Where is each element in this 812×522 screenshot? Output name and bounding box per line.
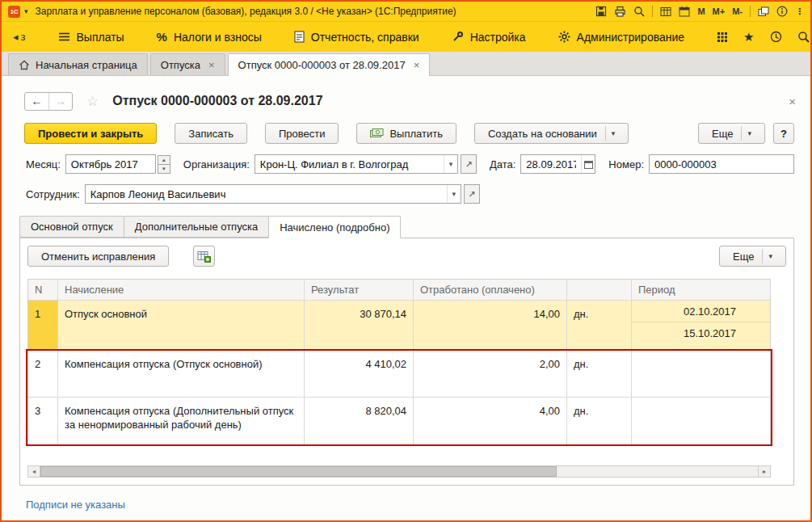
close-icon[interactable]: ×	[414, 59, 420, 71]
tab-vacations-list[interactable]: Отпуска ×	[150, 53, 225, 75]
print-icon[interactable]	[614, 6, 626, 17]
tab-label: Отпуска	[161, 59, 200, 71]
period-start-date[interactable]: 02.10.2017	[632, 301, 770, 322]
tab-main-vacation[interactable]: Основной отпуск	[19, 216, 124, 238]
table-row[interactable]: 3 Компенсация отпуска (Дополнительный от…	[28, 398, 770, 444]
info-icon[interactable]	[776, 6, 788, 17]
main-menu-chevron-icon[interactable]: ▾	[24, 7, 28, 15]
more-button[interactable]: Еще ▾	[698, 123, 765, 144]
memory-button[interactable]: М	[697, 6, 705, 16]
home-icon	[19, 60, 30, 70]
scroll-right-icon[interactable]: ▸	[758, 465, 771, 478]
document-tabs: Основной отпуск Дополнительные отпуска Н…	[19, 216, 794, 238]
scroll-left-icon: ◂	[13, 32, 19, 42]
table-row[interactable]: 1 Отпуск основной 30 870,14 14,00 дн. 02…	[28, 301, 770, 351]
favorite-toggle-icon[interactable]: ☆	[86, 93, 99, 110]
section-taxes[interactable]: % Налоги и взносы	[157, 31, 262, 44]
period-end-date[interactable]: 15.10.2017	[632, 322, 770, 344]
button-separator	[605, 126, 606, 141]
calendar-icon[interactable]	[679, 6, 690, 17]
table-icon[interactable]	[660, 6, 671, 17]
grid-add-icon	[197, 250, 211, 263]
tab-additional-vacations[interactable]: Дополнительные отпуска	[124, 216, 270, 238]
grid-settings-button[interactable]	[193, 246, 215, 267]
memory-minus-button[interactable]: М-	[732, 6, 743, 16]
organization-open-icon[interactable]: ↗	[461, 154, 477, 174]
save-icon[interactable]	[595, 6, 607, 17]
employee-input[interactable]	[86, 185, 447, 203]
chevron-down-icon[interactable]: ▾	[747, 129, 751, 137]
organization-input[interactable]	[255, 155, 444, 173]
section-payments[interactable]: Выплаты	[58, 31, 124, 44]
chevron-down-icon[interactable]: ▾	[444, 155, 457, 173]
print-preview-icon[interactable]	[633, 6, 645, 17]
date-input[interactable]	[521, 155, 581, 173]
section-reports[interactable]: Отчетность, справки	[294, 31, 419, 44]
col-header-period[interactable]: Период	[632, 280, 770, 300]
windows-icon[interactable]	[758, 6, 769, 17]
cell-worked[interactable]: 4,00	[414, 398, 567, 444]
tab-home[interactable]: Начальная страница	[8, 53, 148, 75]
cell-accrual[interactable]: Компенсация отпуска (Дополнительный отпу…	[58, 398, 305, 444]
cell-period[interactable]: 02.10.2017 15.10.2017	[632, 301, 770, 350]
chevron-down-icon[interactable]: ▾	[768, 252, 772, 260]
col-header-result[interactable]: Результат	[305, 280, 414, 300]
col-header-n[interactable]: N	[28, 280, 58, 300]
app-window: 1С ▾ Зарплата и управление персоналом (б…	[0, 0, 812, 522]
scrollbar-thumb[interactable]	[40, 466, 557, 477]
col-header-worked[interactable]: Отработано (оплачено)	[414, 280, 567, 300]
tab-accrued-detail[interactable]: Начислено (подробно)	[268, 216, 401, 238]
scroll-left-icon[interactable]: ◂	[27, 465, 40, 478]
cell-period[interactable]	[632, 351, 770, 397]
cell-accrual[interactable]: Отпуск основной	[58, 301, 305, 350]
app-logo-icon[interactable]: 1С	[8, 6, 20, 18]
tab-label: Начальная страница	[36, 59, 137, 71]
scrollbar-track[interactable]	[40, 465, 758, 478]
col-header-accrual[interactable]: Начисление	[58, 280, 305, 300]
cell-result[interactable]: 8 820,04	[305, 398, 414, 444]
employee-open-icon[interactable]: ↗	[464, 184, 480, 204]
chevron-down-icon[interactable]: ▾	[447, 185, 461, 203]
titlebar-separator	[652, 6, 653, 17]
history-icon[interactable]	[770, 31, 782, 43]
spinner-down-icon[interactable]: ▾	[158, 164, 170, 174]
month-input[interactable]	[65, 154, 156, 174]
cancel-corrections-button[interactable]: Отменить исправления	[27, 246, 169, 267]
close-icon[interactable]: ×	[208, 59, 215, 71]
write-button[interactable]: Записать	[175, 123, 247, 144]
create-on-basis-button[interactable]: Создать на основании ▾	[474, 123, 629, 144]
table-row[interactable]: 2 Компенсация отпуска (Отпуск основной) …	[28, 351, 770, 398]
grid-more-button[interactable]: Еще ▾	[719, 246, 786, 267]
section-administration[interactable]: Администрирование	[558, 31, 685, 44]
more-vert-icon[interactable]: ⋮	[795, 7, 804, 16]
back-button[interactable]: ←	[25, 93, 48, 110]
document-form: ← → ☆ Отпуск 0000-000003 от 28.09.2017 ×…	[2, 76, 810, 520]
calendar-picker-icon[interactable]	[581, 155, 595, 173]
cell-result[interactable]: 30 870,14	[305, 301, 414, 350]
cell-period[interactable]	[632, 398, 770, 444]
forward-button[interactable]: →	[48, 93, 72, 110]
post-and-close-button[interactable]: Провести и закрыть	[24, 123, 157, 144]
cell-worked[interactable]: 14,00	[414, 301, 567, 350]
form-close-icon[interactable]: ×	[789, 95, 796, 108]
section-settings[interactable]: Настройка	[452, 31, 526, 44]
pay-button-label: Выплатить	[389, 128, 443, 140]
cell-worked[interactable]: 2,00	[414, 351, 567, 397]
number-input[interactable]	[649, 154, 794, 174]
search-icon[interactable]	[797, 31, 810, 43]
pay-button[interactable]: Выплатить	[356, 123, 456, 144]
cell-result[interactable]: 4 410,02	[305, 351, 414, 397]
sections-scroll-left[interactable]: ◂ з	[13, 31, 26, 43]
help-button[interactable]: ?	[773, 123, 794, 144]
chevron-down-icon[interactable]: ▾	[612, 129, 616, 137]
post-button[interactable]: Провести	[265, 123, 339, 144]
col-header-unit[interactable]	[567, 280, 632, 300]
memory-plus-button[interactable]: М+	[713, 6, 726, 16]
horizontal-scrollbar[interactable]: ◂ ▸	[27, 465, 771, 478]
tab-vacation-document[interactable]: Отпуск 0000-000003 от 28.09.2017 ×	[228, 53, 431, 76]
favorites-star-icon[interactable]: ★	[743, 30, 754, 44]
apps-grid-icon[interactable]	[717, 32, 728, 43]
section-label: Налоги и взносы	[174, 31, 262, 44]
signatures-link[interactable]: Подписи не указаны	[26, 499, 125, 511]
cell-accrual[interactable]: Компенсация отпуска (Отпуск основной)	[58, 351, 305, 397]
